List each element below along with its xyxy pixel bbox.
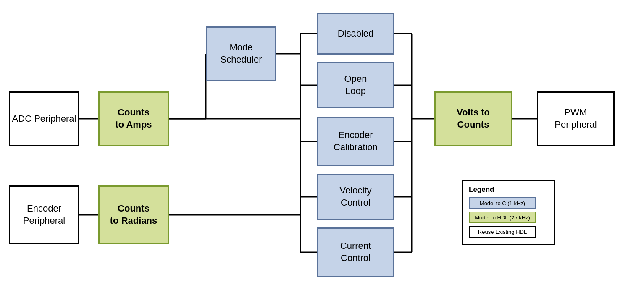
open-loop-box: OpenLoop <box>317 62 394 108</box>
encoder-peripheral-box: EncoderPeripheral <box>9 185 79 244</box>
legend-swatch-white: Reuse Existing HDL <box>469 226 536 238</box>
legend-box: Legend Model to C (1 kHz) Model to HDL (… <box>462 180 555 245</box>
velocity-control-label: VelocityControl <box>340 185 372 209</box>
counts-to-amps-label: Countsto Amps <box>115 107 152 131</box>
encoder-peripheral-label: EncoderPeripheral <box>23 203 65 227</box>
velocity-control-box: VelocityControl <box>317 174 394 220</box>
adc-peripheral-box: ADC Peripheral <box>9 91 79 146</box>
mode-scheduler-box: ModeScheduler <box>206 26 276 81</box>
pwm-peripheral-box: PWMPeripheral <box>537 91 615 146</box>
encoder-calibration-label: EncoderCalibration <box>334 129 378 153</box>
legend-swatch-blue: Model to C (1 kHz) <box>469 197 536 209</box>
counts-to-radians-box: Countsto Radians <box>98 185 169 244</box>
volts-to-counts-label: Volts toCounts <box>457 107 490 131</box>
counts-to-amps-box: Countsto Amps <box>98 91 169 146</box>
counts-to-radians-label: Countsto Radians <box>110 203 157 227</box>
legend-title: Legend <box>469 185 548 194</box>
pwm-peripheral-label: PWMPeripheral <box>555 107 597 131</box>
legend-item-blue: Model to C (1 kHz) <box>469 197 548 209</box>
legend-white-label: Reuse Existing HDL <box>478 229 527 235</box>
disabled-label: Disabled <box>338 28 374 40</box>
current-control-box: CurrentControl <box>317 227 394 277</box>
legend-item-white: Reuse Existing HDL <box>469 226 548 238</box>
diagram-container: ADC Peripheral Countsto Amps EncoderPeri… <box>0 0 644 290</box>
encoder-calibration-box: EncoderCalibration <box>317 117 394 166</box>
mode-scheduler-label: ModeScheduler <box>220 42 262 65</box>
open-loop-label: OpenLoop <box>344 73 367 97</box>
adc-peripheral-label: ADC Peripheral <box>12 113 76 125</box>
legend-green-label: Model to HDL (25 kHz) <box>475 214 530 221</box>
volts-to-counts-box: Volts toCounts <box>434 91 512 146</box>
legend-item-green: Model to HDL (25 kHz) <box>469 212 548 223</box>
disabled-box: Disabled <box>317 13 394 55</box>
current-control-label: CurrentControl <box>340 240 371 264</box>
legend-swatch-green: Model to HDL (25 kHz) <box>469 212 536 223</box>
legend-blue-label: Model to C (1 kHz) <box>480 200 525 206</box>
